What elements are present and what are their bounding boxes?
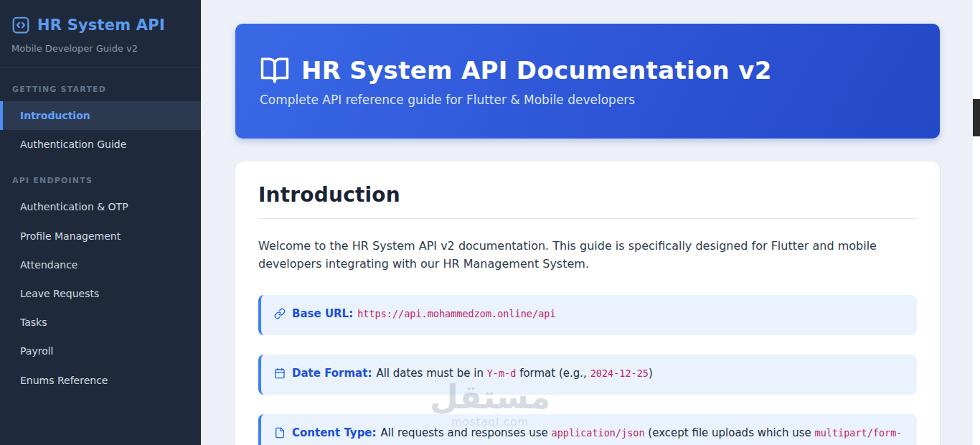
app-subtitle: Mobile Developer Guide v2 — [11, 43, 189, 54]
callout-date-format: Date Format:All dates must be in Y-m-d f… — [258, 355, 917, 395]
callout-text: All dates must be in — [376, 367, 486, 380]
sidebar-item-leave-requests[interactable]: Leave Requests — [0, 279, 201, 308]
intro-paragraph: Welcome to the HR System API v2 document… — [258, 238, 917, 273]
content-type-code: application/json — [552, 427, 645, 439]
nav-section-getting-started: GETTING STARTED — [0, 67, 201, 101]
callout-text: All requests and responses use — [381, 426, 552, 439]
calendar-icon — [274, 367, 286, 384]
sidebar-item-payroll[interactable]: Payroll — [0, 337, 201, 365]
app-title: HR System API — [37, 17, 165, 34]
callout-label: Content Type: — [292, 426, 377, 439]
hero-banner: HR System API Documentation v2 Complete … — [235, 24, 940, 139]
sidebar-item-authentication-guide[interactable]: Authentication Guide — [0, 130, 201, 159]
sidebar-item-authentication-otp[interactable]: Authentication & OTP — [0, 192, 201, 221]
hero-subtitle: Complete API reference guide for Flutter… — [260, 93, 915, 107]
page-title: HR System API Documentation v2 — [301, 56, 772, 85]
sidebar-item-attendance[interactable]: Attendance — [0, 250, 201, 279]
callout-label: Date Format: — [292, 367, 372, 380]
callout-text: format (e.g., — [516, 367, 590, 380]
callout-text: ) — [649, 367, 653, 380]
callout-base-url: Base URL:https://api.mohammedzom.online/… — [258, 295, 917, 335]
nav-section-api-endpoints: API ENDPOINTS — [0, 159, 201, 192]
link-icon — [274, 308, 286, 324]
sidebar-nav: GETTING STARTED Introduction Authenticat… — [0, 67, 201, 395]
sidebar-header: HR System API Mobile Developer Guide v2 — [0, 0, 201, 67]
scrollbar-thumb[interactable] — [973, 99, 980, 136]
section-heading-introduction: Introduction — [258, 183, 917, 207]
open-book-icon — [260, 55, 290, 85]
callout-content-type: Content Type:All requests and responses … — [258, 414, 917, 445]
date-example-code: 2024-12-25 — [590, 367, 649, 379]
callout-label: Base URL: — [292, 307, 353, 320]
scrollbar-track[interactable] — [973, 0, 980, 445]
sidebar-item-enums-reference[interactable]: Enums Reference — [0, 366, 201, 395]
sidebar-item-introduction[interactable]: Introduction — [0, 101, 201, 130]
sidebar: HR System API Mobile Developer Guide v2 … — [0, 0, 201, 445]
introduction-card: Introduction Welcome to the HR System AP… — [235, 161, 940, 445]
date-format-code: Y-m-d — [487, 367, 517, 379]
heading-divider — [258, 218, 917, 219]
main-content: HR System API Documentation v2 Complete … — [201, 0, 980, 445]
sidebar-item-profile-management[interactable]: Profile Management — [0, 222, 201, 250]
sidebar-item-tasks[interactable]: Tasks — [0, 308, 201, 337]
code-brackets-icon — [11, 16, 30, 34]
base-url-code: https://api.mohammedzom.online/api — [357, 308, 555, 319]
file-icon — [274, 427, 286, 444]
callout-text: (except file uploads which use — [645, 426, 815, 439]
